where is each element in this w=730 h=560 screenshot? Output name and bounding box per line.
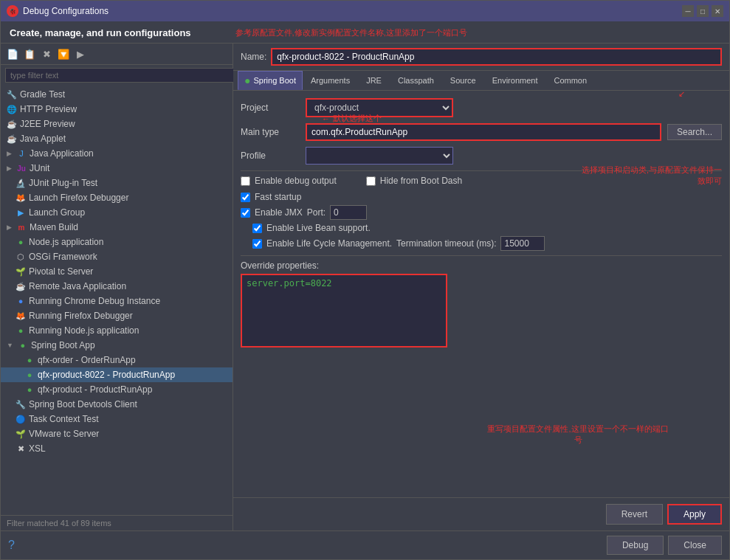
- minimize-button[interactable]: ─: [682, 5, 694, 17]
- tree-item-label: XSL: [29, 443, 46, 454]
- maven-icon: m: [16, 222, 27, 232]
- tree-item-qfx-product-8022[interactable]: ● qfx-product-8022 - ProductRunApp: [1, 367, 233, 382]
- tab-classpath[interactable]: Classpath: [390, 72, 442, 89]
- tree-item-vmware[interactable]: 🌱 VMware tc Server: [1, 426, 233, 441]
- tree-item-label: Running Chrome Debug Instance: [29, 296, 160, 306]
- tree-item-qfx-order[interactable]: ● qfx-order - OrderRunApp: [1, 353, 233, 367]
- boot-dash-checkbox[interactable]: [366, 176, 376, 186]
- tree-item-label: Remote Java Application: [29, 281, 126, 291]
- jmx-checkbox[interactable]: [241, 208, 250, 218]
- expand-icon: ▶: [7, 224, 12, 231]
- task-icon: 🔵: [16, 414, 26, 424]
- tree-group-junit[interactable]: ▶ Ju JUnit: [1, 161, 233, 176]
- left-toolbar: 📄 📋 ✖ 🔽 ▶: [1, 44, 233, 65]
- window: 🐞 Debug Configurations ─ □ ✕ Create, man…: [0, 0, 730, 560]
- close-button-footer[interactable]: Close: [668, 536, 722, 555]
- fast-startup-row: Fast startup: [241, 192, 722, 202]
- tree-item-xsl[interactable]: ✖ XSL: [1, 441, 233, 456]
- tree-item-nodejs-app[interactable]: ● Node.js application: [1, 235, 233, 249]
- tab-common[interactable]: Common: [545, 72, 595, 89]
- debug-button[interactable]: Debug: [607, 536, 664, 555]
- tree-item-task-context[interactable]: 🔵 Task Context Test: [1, 412, 233, 426]
- tree-item-gradle-test[interactable]: 🔧 Gradle Test: [1, 87, 233, 102]
- search-button[interactable]: Search...: [667, 124, 722, 140]
- revert-button[interactable]: Revert: [606, 504, 663, 525]
- live-bean-checkbox[interactable]: [252, 224, 262, 233]
- apply-button[interactable]: Apply: [667, 504, 722, 525]
- tree-item-running-firefox[interactable]: 🦊 Running Firefox Debugger: [1, 308, 233, 323]
- override-textarea[interactable]: server.port=8022: [241, 274, 447, 348]
- tab-spring-boot[interactable]: ● Spring Boot: [238, 71, 303, 90]
- maintype-label: Main type: [241, 127, 300, 137]
- project-label: Project: [241, 103, 300, 113]
- running-firefox-icon: 🦊: [16, 311, 26, 321]
- name-input[interactable]: [271, 48, 722, 66]
- tree-item-remote-java[interactable]: ☕ Remote Java Application: [1, 279, 233, 294]
- pivotal-icon: 🌱: [16, 266, 26, 277]
- profile-select[interactable]: [306, 147, 453, 165]
- tab-environment[interactable]: Environment: [484, 72, 546, 89]
- collapse-button[interactable]: ▶: [73, 46, 88, 61]
- project-select[interactable]: qfx-product: [306, 98, 453, 117]
- tree-item-j2ee-preview[interactable]: ☕ J2EE Preview: [1, 117, 233, 131]
- tree-item-label: JUnit: [30, 163, 49, 173]
- tree-item-osgi[interactable]: ⬡ OSGi Framework: [1, 249, 233, 264]
- title-bar-controls: ─ □ ✕: [682, 5, 723, 17]
- left-panel: 📄 📋 ✖ 🔽 ▶ 🔧 Gradle Test 🌐 HTTP Preview: [1, 44, 233, 530]
- new-config-button[interactable]: 📄: [5, 46, 20, 61]
- tree-item-qfx-product[interactable]: ● qfx-product - ProductRunApp: [1, 382, 233, 397]
- fast-startup-checkbox[interactable]: [241, 193, 250, 202]
- tree-item-java-applet[interactable]: ☕ Java Applet: [1, 131, 233, 146]
- name-row: Name:: [233, 44, 729, 71]
- launch-group-icon: ▶: [16, 207, 26, 218]
- delete-button[interactable]: ✖: [39, 46, 54, 61]
- tab-source[interactable]: Source: [442, 72, 484, 89]
- jmx-port-input[interactable]: [330, 205, 367, 220]
- tree-item-label: qfx-product-8022 - ProductRunApp: [38, 370, 175, 380]
- tree-group-spring-boot-app[interactable]: ▼ ● Spring Boot App: [1, 338, 233, 353]
- project-row: Project qfx-product: [241, 98, 722, 117]
- live-bean-label: Enable Live Bean support.: [266, 223, 371, 233]
- tree-item-label: J2EE Preview: [20, 119, 75, 129]
- close-button[interactable]: ✕: [712, 5, 723, 17]
- tree-group-maven[interactable]: ▶ m Maven Build: [1, 220, 233, 235]
- fast-startup-label: Fast startup: [255, 192, 301, 202]
- debug-output-checkbox[interactable]: [241, 176, 250, 186]
- tree-item-pivotal[interactable]: 🌱 Pivotal tc Server: [1, 264, 233, 279]
- header-area: Create, manage, and run configurations 参…: [1, 21, 729, 44]
- jmx-label: Enable JMX: [255, 207, 303, 218]
- maximize-button[interactable]: □: [697, 5, 709, 17]
- tab-label: Source: [450, 76, 476, 85]
- tree-group-java-application[interactable]: ▶ J Java Application: [1, 146, 233, 161]
- tree-item-launch-firefox[interactable]: 🦊 Launch Firefox Debugger: [1, 190, 233, 205]
- header-title: Create, manage, and run configurations: [10, 27, 191, 38]
- junit-plugin-icon: 🔬: [16, 178, 26, 188]
- tree-item-launch-group[interactable]: ▶ Launch Group: [1, 205, 233, 220]
- expand-icon: ▼: [7, 342, 13, 349]
- tree-item-label: qfx-order - OrderRunApp: [38, 355, 136, 365]
- right-panel: Name: ● Spring Boot Arguments JRE Classp…: [233, 44, 729, 530]
- override-label: Override properties:: [241, 260, 722, 271]
- filter-input[interactable]: [5, 68, 237, 83]
- tab-label: Classpath: [398, 76, 434, 85]
- tree-item-label: Pivotal tc Server: [29, 266, 93, 277]
- help-icon[interactable]: ?: [8, 539, 15, 552]
- maintype-input[interactable]: [306, 123, 661, 141]
- tree-item-http-preview[interactable]: 🌐 HTTP Preview: [1, 102, 233, 117]
- tree-item-chrome-debug[interactable]: ● Running Chrome Debug Instance: [1, 294, 233, 308]
- termination-input[interactable]: [500, 236, 545, 251]
- tree-item-label: Spring Boot App: [31, 340, 95, 350]
- devtools-icon: 🔧: [16, 399, 26, 409]
- tree-item-junit-plugin[interactable]: 🔬 JUnit Plug-in Test: [1, 176, 233, 190]
- debug-output-label: Enable debug output: [255, 176, 337, 186]
- tab-label: JRE: [366, 76, 382, 85]
- tree-item-running-nodejs[interactable]: ● Running Node.js application: [1, 323, 233, 338]
- tree-item-spring-devtools[interactable]: 🔧 Spring Boot Devtools Client: [1, 397, 233, 412]
- tab-jre[interactable]: JRE: [358, 72, 390, 89]
- tree-item-label: OSGi Framework: [29, 252, 97, 262]
- filter-button[interactable]: 🔽: [56, 46, 71, 61]
- tab-arguments[interactable]: Arguments: [303, 72, 358, 89]
- lifecycle-checkbox[interactable]: [252, 239, 262, 249]
- maintype-row: Main type Search...: [241, 123, 722, 141]
- duplicate-button[interactable]: 📋: [22, 46, 37, 61]
